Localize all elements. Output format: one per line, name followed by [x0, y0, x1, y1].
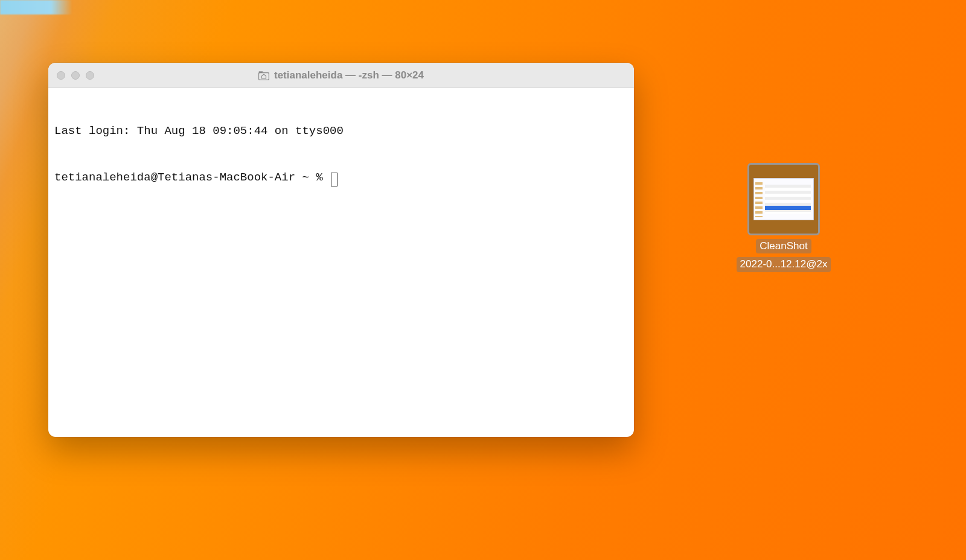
terminal-cursor[interactable] [331, 173, 337, 186]
file-name-line-1: CleanShot [756, 239, 811, 253]
file-thumbnail [747, 163, 820, 235]
terminal-window: tetianaleheida — -zsh — 80×24 Last login… [48, 63, 634, 437]
window-title-text: tetianaleheida — -zsh — 80×24 [274, 69, 424, 81]
minimize-button[interactable] [71, 71, 80, 80]
wallpaper-sky-sliver [0, 0, 72, 14]
desktop-file-cleanshot[interactable]: CleanShot 2022-0...12.12@2x [723, 163, 844, 272]
home-folder-icon [258, 71, 269, 80]
window-titlebar[interactable]: tetianaleheida — -zsh — 80×24 [48, 63, 634, 88]
zoom-button[interactable] [86, 71, 94, 80]
terminal-prompt-row: tetianaleheida@Tetianas-MacBook-Air ~ % [54, 170, 628, 186]
terminal-prompt: tetianaleheida@Tetianas-MacBook-Air ~ % [54, 170, 330, 186]
traffic-lights [57, 71, 94, 80]
close-button[interactable] [57, 71, 65, 80]
window-title: tetianaleheida — -zsh — 80×24 [258, 69, 424, 81]
terminal-output-line: Last login: Thu Aug 18 09:05:44 on ttys0… [54, 124, 628, 139]
terminal-body[interactable]: Last login: Thu Aug 18 09:05:44 on ttys0… [48, 88, 634, 437]
file-name-line-2: 2022-0...12.12@2x [737, 257, 831, 272]
